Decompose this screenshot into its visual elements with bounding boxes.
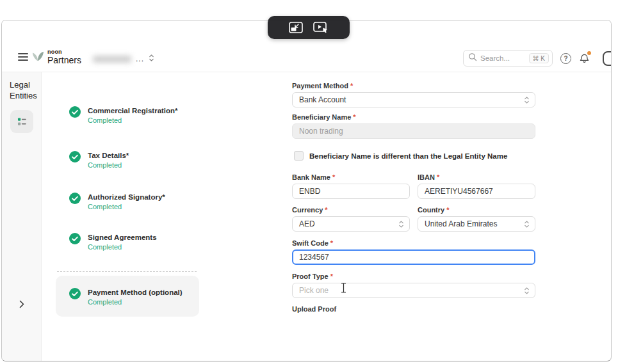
step-commercial-registration[interactable]: Commercial Registration* Completed (69, 106, 178, 124)
bank-name-label: Bank Name* (292, 173, 410, 181)
step-payment-method[interactable]: Payment Method (optional) Completed (69, 288, 183, 306)
legal-entities-icon (16, 116, 28, 127)
swift-code-label: Swift Code* (292, 239, 535, 247)
upload-proof-label: Upload Proof (292, 305, 336, 313)
payment-method-field: Payment Method* Bank Account (292, 82, 535, 107)
check-circle-icon (69, 193, 81, 204)
noon-partners-logo-icon (31, 49, 44, 65)
payment-method-label: Payment Method* (292, 82, 535, 90)
notifications-bell-icon[interactable] (579, 53, 590, 64)
chevron-updown-icon (524, 96, 530, 104)
chevron-updown-icon (524, 220, 530, 228)
sidebar: Legal Entities (2, 72, 42, 361)
search-icon (468, 52, 477, 64)
chevron-updown-icon (524, 287, 530, 295)
currency-field: Currency* AED (292, 206, 410, 232)
beneficiary-name-input[interactable] (292, 123, 535, 139)
beneficiary-different-checkbox[interactable]: Beneficiary Name is different than the L… (294, 151, 507, 161)
iban-field: IBAN* (418, 173, 535, 199)
step-status: Completed (88, 298, 183, 306)
pip-icon[interactable] (289, 21, 303, 34)
text-cursor-icon (340, 283, 347, 296)
beneficiary-name-label: Beneficiary Name* (292, 113, 535, 121)
check-circle-icon (69, 233, 81, 244)
screenshot-root: noon Partners ... (0, 0, 618, 364)
payment-method-select[interactable]: Bank Account (292, 92, 535, 107)
step-label: Authorized Signatory* (88, 193, 165, 201)
beneficiary-name-field: Beneficiary Name* (292, 113, 535, 139)
country-select[interactable]: United Arab Emirates (418, 216, 535, 232)
avatar[interactable] (603, 51, 612, 66)
sidebar-expand-chevron-icon[interactable] (15, 297, 29, 311)
step-label: Signed Agreements (88, 233, 157, 241)
step-status: Completed (88, 116, 178, 124)
bank-name-field: Bank Name* (292, 173, 410, 199)
check-circle-icon (69, 106, 81, 118)
menu-icon[interactable] (18, 53, 28, 61)
step-tax-details[interactable]: Tax Details* Completed (69, 151, 129, 169)
currency-select[interactable]: AED (292, 216, 410, 232)
proof-type-field: Proof Type* Pick one (292, 273, 535, 298)
sidebar-title: Legal Entities (2, 72, 41, 101)
chevron-updown-icon (398, 220, 404, 228)
iban-input[interactable] (418, 184, 535, 199)
help-icon[interactable]: ? (560, 53, 571, 64)
step-status: Completed (88, 243, 157, 251)
topbar-actions: Search... ⌘ K ? (463, 50, 590, 67)
brand-noon: noon (47, 49, 81, 55)
search-shortcut-badge: ⌘ K (529, 53, 549, 63)
country-field: Country* United Arab Emirates (418, 206, 535, 232)
screen-record-icon[interactable] (313, 21, 329, 34)
search-placeholder: Search... (480, 54, 526, 62)
redacted-entity-name (93, 56, 131, 63)
step-label: Commercial Registration* (88, 107, 178, 115)
notification-badge (587, 51, 591, 55)
checkbox-icon[interactable] (294, 151, 304, 161)
check-circle-icon (69, 151, 81, 162)
chevron-updown-icon (149, 53, 154, 65)
currency-label: Currency* (292, 206, 410, 214)
brand-partners: Partners (47, 56, 81, 65)
iban-label: IBAN* (418, 173, 535, 181)
check-circle-icon (69, 288, 81, 299)
step-label: Payment Method (optional) (88, 289, 183, 296)
swift-code-field: Swift Code* (292, 239, 535, 265)
step-status: Completed (88, 203, 165, 210)
checkbox-label: Beneficiary Name is different than the L… (309, 152, 507, 160)
bank-name-input[interactable] (292, 184, 410, 199)
entity-ellipsis: ... (136, 54, 144, 63)
proof-type-select[interactable]: Pick one (292, 283, 535, 298)
brand: noon Partners (31, 49, 81, 65)
sidebar-item-legal-entities[interactable] (10, 110, 33, 133)
country-label: Country* (418, 206, 535, 214)
proof-type-label: Proof Type* (292, 273, 535, 280)
swift-code-input[interactable] (292, 249, 535, 265)
capture-toolbar (268, 16, 350, 39)
search-input[interactable]: Search... ⌘ K (463, 50, 553, 67)
step-label: Tax Details* (88, 152, 129, 159)
entity-switcher[interactable]: ... (93, 53, 154, 65)
step-signed-agreements[interactable]: Signed Agreements Completed (69, 233, 157, 251)
stepper-divider (57, 271, 197, 272)
app-window: noon Partners ... (1, 20, 612, 361)
step-status: Completed (88, 161, 129, 169)
step-authorized-signatory[interactable]: Authorized Signatory* Completed (69, 193, 165, 210)
